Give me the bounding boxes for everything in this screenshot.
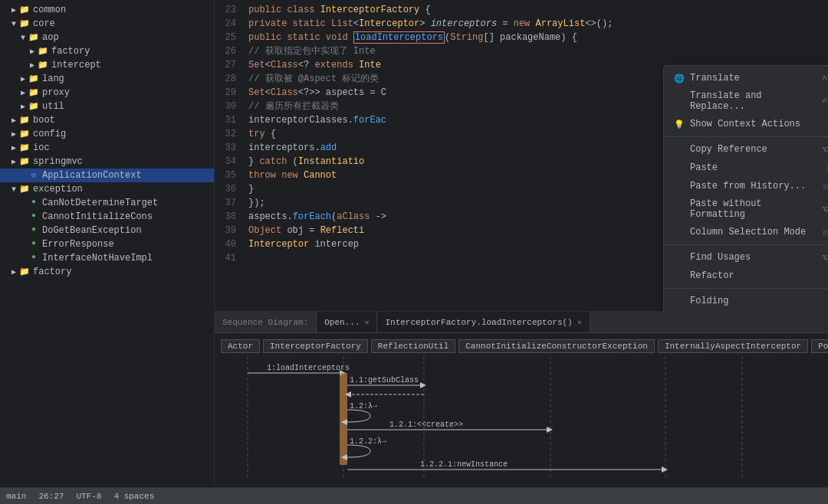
sidebar-item-label: common bbox=[33, 5, 66, 15]
sidebar-item-label: lang bbox=[42, 74, 64, 84]
chevron-right-icon: ▶ bbox=[18, 102, 28, 111]
chevron-right-icon: ▶ bbox=[28, 47, 37, 56]
folder-icon: 📁 bbox=[37, 60, 49, 70]
class-err-icon: ● bbox=[28, 239, 40, 250]
menu-item-column-mode[interactable]: Column Selection Mode ⇧⌘8 bbox=[664, 223, 828, 241]
menu-item-paste-no-format[interactable]: Paste without Formatting ⌥⌘V bbox=[664, 195, 828, 223]
svg-text:1.2.2:λ→: 1.2.2:λ→ bbox=[350, 437, 386, 446]
sidebar-item-label: factory bbox=[33, 267, 71, 277]
sidebar-item-ioc[interactable]: ▶ 📁 ioc bbox=[0, 141, 214, 155]
seq-diagram-svg: 1:loadInterceptors 1.1:getSubClass 1.2:λ… bbox=[221, 356, 819, 479]
sidebar-item-core[interactable]: ▼ 📁 core bbox=[0, 17, 214, 31]
chevron-right-icon: ▶ bbox=[9, 116, 18, 125]
menu-item-context-actions[interactable]: 💡 Show Context Actions ⌥⏎ bbox=[664, 115, 828, 133]
seq-tab-open[interactable]: Open... ✕ bbox=[317, 312, 377, 332]
sidebar-item-label: core bbox=[33, 18, 55, 29]
chevron-right-icon: ▶ bbox=[9, 143, 18, 152]
sidebar-item-util[interactable]: ▶ 📁 util bbox=[0, 100, 214, 113]
sidebar-item-errorresponse[interactable]: ● ErrorResponse bbox=[0, 237, 214, 251]
class-err-icon: ● bbox=[28, 253, 40, 263]
sidebar-item-label: proxy bbox=[42, 87, 70, 98]
seq-tab-main[interactable]: InterceptorFactory.loadInterceptors() ✕ bbox=[377, 312, 590, 332]
sidebar-item-factory2[interactable]: ▶ 📁 factory bbox=[0, 265, 214, 279]
sidebar-item-proxy[interactable]: ▶ 📁 proxy bbox=[0, 86, 214, 100]
class-file-icon: ⊙ bbox=[28, 170, 40, 181]
menu-item-paste[interactable]: Paste ⌘V bbox=[664, 159, 828, 177]
paste-icon bbox=[673, 162, 685, 174]
chevron-down-icon: ▼ bbox=[9, 20, 18, 28]
svg-rect-9 bbox=[340, 373, 347, 465]
menu-item-folding[interactable]: Folding ▶ bbox=[664, 292, 828, 310]
sidebar-item-factory[interactable]: ▶ 📁 factory bbox=[0, 44, 214, 58]
sidebar-item-label: aop bbox=[42, 32, 59, 43]
folder-icon: 📁 bbox=[18, 267, 31, 277]
menu-item-refactor[interactable]: Refactor ▶ bbox=[664, 267, 828, 285]
chevron-right-icon: ▶ bbox=[9, 129, 18, 139]
sidebar-item-label: CanNotDetermineTarget bbox=[42, 198, 158, 208]
chevron-down-icon: ▼ bbox=[9, 185, 18, 194]
folder-icon: 📁 bbox=[28, 32, 40, 43]
sidebar-item-exception[interactable]: ▼ 📁 exception bbox=[0, 182, 214, 196]
chevron-right-icon: ▶ bbox=[18, 74, 28, 83]
sequence-diagram-panel: Sequence Diagram: Open... ✕ InterceptorF… bbox=[215, 311, 828, 487]
folder-icon: 📁 bbox=[28, 87, 40, 98]
menu-separator bbox=[664, 288, 828, 289]
menu-item-copy-reference[interactable]: Copy Reference ⌥⌘C bbox=[664, 140, 828, 159]
seq-tab-main-text: InterceptorFactory.loadInterceptors() bbox=[385, 318, 572, 327]
menu-item-find-usages[interactable]: Find Usages ⌥F7 bbox=[664, 248, 828, 267]
actor-box-pointcut: PointCu... bbox=[811, 339, 828, 353]
sidebar-item-label: intercept bbox=[51, 60, 101, 70]
chevron-right-icon: ▶ bbox=[9, 5, 18, 15]
sidebar-item-lang[interactable]: ▶ 📁 lang bbox=[0, 72, 214, 86]
actor-box-actor: Actor bbox=[221, 339, 260, 353]
context-menu: 🌐 Translate ^⌥U Translate and Replace...… bbox=[663, 65, 828, 311]
line-numbers: 23 24 25 26 27 28 29 30 31 32 33 34 35 3… bbox=[215, 0, 242, 311]
menu-item-translate[interactable]: 🌐 Translate ^⌥U bbox=[664, 69, 828, 87]
sidebar-item-label: factory bbox=[51, 46, 90, 57]
folder-icon: 📁 bbox=[37, 46, 49, 57]
folder-icon: 📁 bbox=[18, 129, 31, 139]
chevron-right-icon: ▶ bbox=[18, 88, 28, 97]
sidebar-item-cannotinitialize[interactable]: ● CannotInitializeCons bbox=[0, 210, 214, 224]
chevron-right-icon: ▶ bbox=[9, 267, 18, 277]
sidebar-item-common[interactable]: ▶ 📁 common bbox=[0, 3, 214, 17]
seq-diagram-area: 1:loadInterceptors 1.1:getSubClass 1.2:λ… bbox=[215, 356, 828, 487]
menu-separator bbox=[664, 244, 828, 245]
menu-item-translate-replace[interactable]: Translate and Replace... ^⌥O bbox=[664, 87, 828, 115]
translate-icon: 🌐 bbox=[673, 72, 685, 84]
sidebar-item-label: exception bbox=[33, 184, 83, 195]
sidebar-item-label: ErrorResponse bbox=[42, 239, 114, 250]
file-tree: ▶ 📁 common ▼ 📁 core ▼ 📁 aop ▶ 📁 fact bbox=[0, 0, 215, 487]
sidebar-item-boot[interactable]: ▶ 📁 boot bbox=[0, 113, 214, 127]
sidebar-item-label: springmvc bbox=[33, 156, 83, 167]
seq-tab-label[interactable]: Sequence Diagram: bbox=[215, 312, 317, 332]
sidebar-item-label: DoGetBeanException bbox=[42, 225, 142, 236]
tab-close-icon[interactable]: ✕ bbox=[364, 318, 369, 327]
svg-marker-11 bbox=[420, 382, 426, 388]
translate-replace-icon bbox=[673, 95, 685, 107]
sidebar-item-dogetbean[interactable]: ● DoGetBeanException bbox=[0, 224, 214, 237]
sidebar-item-interfacenothave[interactable]: ● InterfaceNotHaveImpl bbox=[0, 251, 214, 265]
folder-icon: 📁 bbox=[18, 156, 31, 167]
sidebar-item-label: config bbox=[33, 129, 66, 139]
status-git-branch: main bbox=[6, 492, 26, 501]
sidebar-item-app-context[interactable]: ⊙ ApplicationContext bbox=[0, 169, 214, 182]
sidebar-item-label: util bbox=[42, 101, 64, 112]
sidebar-item-intercept[interactable]: ▶ 📁 intercept bbox=[0, 58, 214, 72]
refactor-icon bbox=[673, 270, 685, 282]
sidebar-item-springmvc[interactable]: ▶ 📁 springmvc bbox=[0, 155, 214, 169]
sidebar-item-cannotdetermine[interactable]: ● CanNotDetermineTarget bbox=[0, 196, 214, 210]
seq-tab-open-text: Open... bbox=[324, 318, 360, 327]
sidebar-item-label: InterfaceNotHaveImpl bbox=[42, 253, 153, 263]
folder-icon: 📁 bbox=[28, 101, 40, 112]
find-icon bbox=[673, 251, 685, 263]
tab-close-icon2[interactable]: ✕ bbox=[577, 318, 582, 327]
menu-item-analyze[interactable]: Analyze ▶ bbox=[664, 310, 828, 311]
class-ok-icon: ● bbox=[28, 225, 40, 236]
menu-item-paste-history[interactable]: Paste from History... ⇧⌘V bbox=[664, 177, 828, 195]
sidebar-item-config[interactable]: ▶ 📁 config bbox=[0, 127, 214, 141]
sidebar-item-aop[interactable]: ▼ 📁 aop bbox=[0, 31, 214, 44]
status-bar: main 26:27 UTF-8 4 spaces bbox=[0, 487, 828, 504]
status-encoding: UTF-8 bbox=[76, 492, 101, 501]
svg-marker-23 bbox=[662, 466, 668, 473]
